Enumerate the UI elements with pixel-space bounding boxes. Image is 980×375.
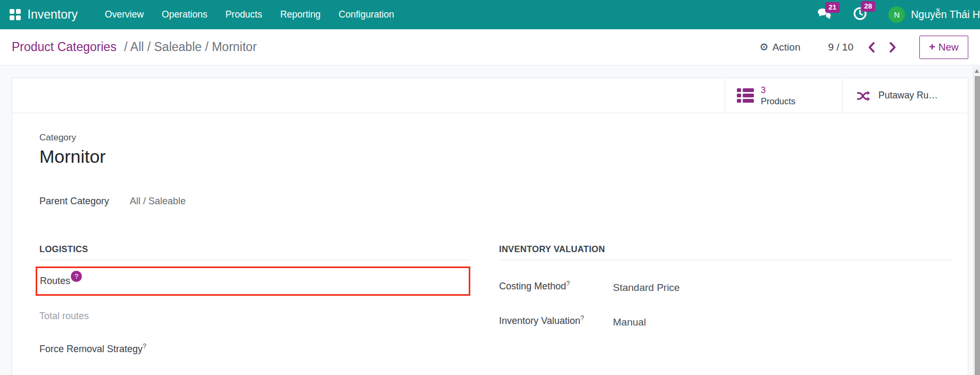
pager-value[interactable]: 9 / 10: [828, 41, 853, 53]
smart-button-putaway-rules[interactable]: Putaway Ru…: [842, 78, 968, 113]
chevron-left-icon: [867, 41, 875, 53]
action-label: Action: [773, 41, 801, 53]
new-button-label: New: [939, 41, 959, 53]
breadcrumb-current: / All / Saleable / Mornitor: [124, 40, 256, 54]
logistics-title: LOGISTICS: [39, 244, 470, 260]
smart-button-products-text: 3 Products: [761, 85, 795, 106]
costing-method-value[interactable]: Standard Price: [613, 279, 680, 294]
inventory-valuation-section: INVENTORY VALUATION Costing Method? Stan…: [499, 244, 960, 355]
new-button[interactable]: + New: [919, 36, 968, 59]
category-name-field[interactable]: Mornitor: [39, 146, 960, 167]
force-removal-help-icon[interactable]: ?: [143, 342, 146, 350]
costing-method-row: Costing Method? Standard Price: [499, 279, 953, 294]
products-label: Products: [761, 96, 795, 107]
parent-category-row: Parent Category All / Saleable: [39, 196, 960, 207]
inventory-valuation-label: Inventory Valuation?: [499, 314, 613, 328]
breadcrumb: Product Categories / All / Saleable / Mo…: [12, 40, 257, 54]
control-panel-right: ⚙ Action 9 / 10 + New: [760, 36, 968, 59]
logistics-section: LOGISTICS Routes ? Total routes Force Re…: [39, 244, 470, 355]
vertical-scrollbar[interactable]: [973, 66, 980, 375]
list-icon: [737, 88, 754, 103]
top-navbar: Inventory Overview Operations Products R…: [0, 0, 980, 29]
gear-icon: ⚙: [760, 42, 769, 52]
activities-count-badge: 28: [861, 1, 875, 12]
force-removal-strategy-row[interactable]: Force Removal Strategy?: [39, 342, 470, 355]
inventory-valuation-help-icon[interactable]: ?: [580, 314, 584, 322]
scrollbar-up-arrow[interactable]: [975, 69, 979, 73]
pager-next-button[interactable]: [889, 41, 897, 53]
user-avatar[interactable]: N: [888, 6, 905, 23]
inventory-valuation-title: INVENTORY VALUATION: [499, 244, 953, 260]
nav-item-operations[interactable]: Operations: [153, 9, 217, 20]
breadcrumb-product-categories[interactable]: Product Categories: [12, 40, 117, 54]
nav-item-reporting[interactable]: Reporting: [271, 9, 330, 20]
scrollbar-thumb[interactable]: [975, 76, 980, 375]
routes-field[interactable]: Routes ?: [36, 266, 470, 296]
messages-count-badge: 21: [825, 2, 840, 13]
nav-item-products[interactable]: Products: [217, 9, 271, 20]
nav-item-overview[interactable]: Overview: [96, 9, 153, 20]
routes-label: Routes: [40, 276, 70, 287]
costing-method-label: Costing Method?: [499, 279, 613, 294]
smart-button-products[interactable]: 3 Products: [725, 78, 842, 113]
products-count: 3: [761, 85, 795, 96]
total-routes-label: Total routes: [39, 311, 470, 322]
category-field-label: Category: [39, 132, 960, 143]
smart-button-box: 3 Products Putaway Ru…: [12, 78, 968, 113]
apps-grid-icon[interactable]: [10, 9, 21, 20]
parent-category-value[interactable]: All / Saleable: [130, 196, 186, 207]
form-columns: LOGISTICS Routes ? Total routes Force Re…: [39, 244, 960, 355]
plus-icon: +: [929, 41, 935, 53]
app-title[interactable]: Inventory: [28, 7, 78, 22]
putaway-rules-label: Putaway Ru…: [878, 90, 938, 101]
shuffle-icon: [854, 88, 871, 103]
content-area: 3 Products Putaway Ru… Category Mornitor…: [0, 66, 980, 375]
routes-help-icon[interactable]: ?: [71, 271, 82, 282]
force-removal-strategy-label: Force Removal Strategy: [39, 344, 143, 354]
nav-item-configuration[interactable]: Configuration: [330, 9, 403, 20]
navbar-systray: 21 28 N Nguyễn Thái H: [817, 6, 980, 23]
messages-button[interactable]: 21: [817, 7, 832, 22]
activities-button[interactable]: 28: [853, 6, 867, 23]
inventory-valuation-row: Inventory Valuation? Manual: [499, 314, 953, 328]
control-panel: Product Categories / All / Saleable / Mo…: [0, 29, 980, 65]
inventory-valuation-value[interactable]: Manual: [613, 314, 646, 328]
pager-previous-button[interactable]: [867, 41, 875, 53]
user-name[interactable]: Nguyễn Thái H: [911, 9, 980, 21]
form-body: Category Mornitor Parent Category All / …: [12, 113, 968, 355]
action-menu-button[interactable]: ⚙ Action: [760, 41, 801, 53]
chevron-right-icon: [889, 41, 897, 53]
parent-category-label: Parent Category: [39, 196, 130, 207]
form-sheet: 3 Products Putaway Ru… Category Mornitor…: [12, 78, 968, 375]
costing-method-help-icon[interactable]: ?: [566, 279, 570, 287]
